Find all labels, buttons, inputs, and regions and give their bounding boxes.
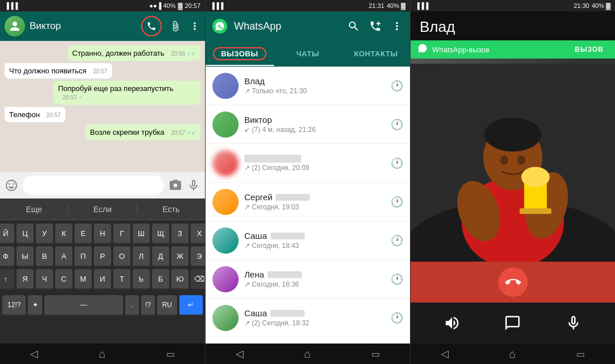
key-р[interactable]: Р	[94, 246, 111, 267]
key-с[interactable]: С	[55, 269, 72, 289]
call-name: Влад	[244, 76, 385, 86]
key-ж[interactable]: Ж	[171, 246, 188, 267]
paperclip-icon[interactable]	[170, 20, 181, 32]
key-и[interactable]: И	[94, 269, 111, 289]
blurred-name	[276, 194, 310, 201]
call-info-icon[interactable]: 🕐	[391, 196, 403, 208]
key-period[interactable]: .	[125, 295, 139, 316]
tab-calls[interactable]: ВЫЗОВЫ	[206, 41, 274, 66]
call-info-icon[interactable]: 🕐	[391, 234, 403, 247]
key-ш[interactable]: Ш	[133, 224, 150, 244]
message-button[interactable]	[500, 311, 525, 336]
key-ю[interactable]: Ю	[171, 269, 188, 289]
call-item-sergey[interactable]: Сергей ↗ Сегодня, 19:03 🕐	[206, 183, 410, 221]
call-item-vlad[interactable]: Влад ↗ Только что, 21:30 🕐	[206, 67, 410, 105]
call-info-icon[interactable]: 🕐	[391, 118, 403, 131]
banner-text: WhatsApp-вызов	[432, 46, 565, 54]
keyboard-rows: Й Ц У К Е Н Г Ш Щ З Х Ф Ы В А П Р О	[0, 220, 205, 293]
key-space[interactable]: —	[44, 295, 123, 316]
nav-home[interactable]: ⌂	[99, 348, 105, 361]
more-menu-icon-2[interactable]	[391, 20, 403, 32]
end-call-icon	[505, 274, 521, 290]
nav-home-3[interactable]: ⌂	[509, 348, 516, 361]
nav-home-2[interactable]: ⌂	[304, 348, 311, 361]
key-shift[interactable]: ↑	[0, 269, 14, 289]
key-enter[interactable]: ↵	[179, 295, 203, 316]
nav-recent-3[interactable]: ▭	[576, 349, 585, 359]
key-г[interactable]: Г	[113, 224, 130, 244]
call-item-sasha1[interactable]: Саша ↗ Сегодня, 18:43 🕐	[206, 221, 410, 260]
message-bubble: Странно, должен работать 20:56 ✓✓	[68, 46, 200, 61]
suggestion-3[interactable]: Есть	[137, 205, 205, 214]
key-й[interactable]: Й	[0, 224, 14, 244]
key-я[interactable]: Я	[17, 269, 34, 289]
call-info-vlad: Влад ↗ Только что, 21:30	[244, 76, 385, 95]
key-т[interactable]: Т	[113, 269, 130, 289]
key-punct[interactable]: !?	[141, 295, 155, 316]
tab-chats[interactable]: ЧАТЫ	[274, 41, 342, 66]
svg-point-8	[517, 156, 525, 165]
key-ь[interactable]: Ь	[133, 269, 150, 289]
mute-button[interactable]	[561, 311, 586, 336]
message-text: Странно, должен работать	[72, 49, 165, 57]
call-button[interactable]	[141, 16, 162, 36]
call-info-icon[interactable]: 🕐	[391, 157, 403, 169]
call-name: Виктор	[244, 115, 385, 125]
svg-rect-10	[519, 208, 551, 214]
call-info-icon[interactable]: 🕐	[391, 312, 403, 324]
call-item-unknown1[interactable]: ↗ (2) Сегодня, 20:09 🕐	[206, 144, 410, 183]
search-icon[interactable]	[347, 20, 360, 32]
key-к[interactable]: К	[55, 224, 72, 244]
call-detail: ↙ (7) 4 м. назад, 21:26	[244, 126, 385, 134]
time-display-2: 21:31	[368, 2, 384, 9]
suggestion-2[interactable]: Если	[68, 205, 137, 214]
key-щ[interactable]: Щ	[152, 224, 169, 244]
call-detail: ↗ (2) Сегодня, 18:32	[244, 319, 385, 327]
key-з[interactable]: З	[171, 224, 188, 244]
key-н[interactable]: Н	[94, 224, 111, 244]
message-time: 20:56 ✓✓	[171, 51, 196, 57]
add-call-icon[interactable]	[369, 20, 382, 32]
key-ы[interactable]: Ы	[17, 246, 34, 267]
call-info-icon[interactable]: 🕐	[391, 273, 403, 286]
speaker-button[interactable]	[440, 311, 465, 336]
key-lang[interactable]: RU	[157, 295, 177, 316]
more-menu-icon[interactable]	[189, 20, 200, 32]
message-icon	[504, 315, 521, 332]
key-о[interactable]: О	[113, 246, 130, 267]
key-в[interactable]: В	[36, 246, 53, 267]
call-item-sasha2[interactable]: Саша ↗ (2) Сегодня, 18:32 🕐	[206, 299, 410, 337]
key-у[interactable]: У	[36, 224, 53, 244]
call-item-lena[interactable]: Лена ↗ Сегодня, 18:36 🕐	[206, 260, 410, 299]
emoji-icon[interactable]	[5, 179, 18, 192]
key-ч[interactable]: Ч	[36, 269, 53, 289]
camera-icon[interactable]	[169, 179, 182, 192]
key-м[interactable]: М	[75, 269, 92, 289]
nav-recent-2[interactable]: ▭	[371, 349, 380, 359]
key-ф[interactable]: Ф	[0, 246, 14, 267]
calls-list: Влад ↗ Только что, 21:30 🕐 Виктор ↙ (7) …	[206, 67, 410, 344]
key-д[interactable]: Д	[152, 246, 169, 267]
nav-back-2[interactable]: ◁	[236, 348, 244, 360]
call-info-icon[interactable]: 🕐	[391, 80, 403, 92]
suggestion-1[interactable]: Еще	[0, 205, 68, 214]
nav-recent[interactable]: ▭	[166, 349, 175, 359]
key-ц[interactable]: Ц	[17, 224, 34, 244]
microphone-icon[interactable]	[187, 179, 200, 192]
callscreen-banner[interactable]: WhatsApp-вызов ВЫЗОВ	[411, 40, 615, 59]
nav-back[interactable]: ◁	[30, 348, 38, 360]
key-emoji-kb[interactable]: ✦	[28, 295, 42, 316]
nav-back-3[interactable]: ◁	[441, 348, 449, 360]
banner-call-button[interactable]: ВЫЗОВ	[570, 44, 608, 55]
key-numbers[interactable]: 12!?	[2, 295, 26, 316]
key-л[interactable]: Л	[133, 246, 150, 267]
key-е[interactable]: Е	[75, 224, 92, 244]
call-item-viktor[interactable]: Виктор ↙ (7) 4 м. назад, 21:26 🕐	[206, 105, 410, 144]
tab-contacts[interactable]: КОНТАКТЫ	[342, 41, 410, 66]
key-п[interactable]: П	[75, 246, 92, 267]
key-а[interactable]: А	[55, 246, 72, 267]
message-input[interactable]	[23, 176, 164, 195]
contact-photo	[411, 59, 615, 262]
end-call-button[interactable]	[498, 267, 528, 297]
key-б[interactable]: Б	[152, 269, 169, 289]
